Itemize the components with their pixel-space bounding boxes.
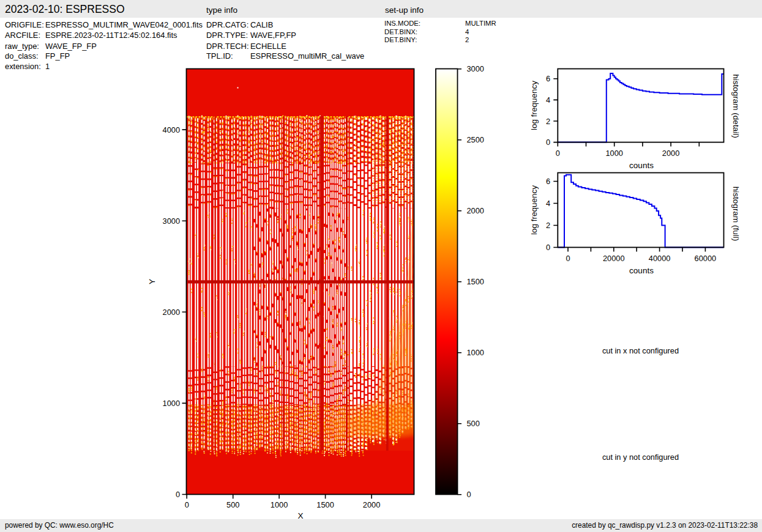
svg-text:1000: 1000 [163, 399, 180, 408]
svg-text:0: 0 [176, 490, 180, 499]
svg-text:20000: 20000 [603, 254, 625, 263]
svg-text:500: 500 [467, 419, 480, 428]
svg-text:1000: 1000 [605, 149, 622, 158]
svg-text:3000: 3000 [163, 216, 180, 226]
svg-text:0: 0 [185, 500, 189, 509]
svg-text:2000: 2000 [163, 308, 180, 317]
svg-text:Y: Y [148, 279, 157, 284]
svg-text:1500: 1500 [467, 277, 484, 286]
svg-text:log frequency: log frequency [529, 81, 539, 130]
svg-text:0: 0 [546, 243, 550, 252]
svg-text:2000: 2000 [467, 206, 484, 215]
svg-text:histogram (full): histogram (full) [731, 187, 741, 241]
svg-text:log frequency: log frequency [529, 185, 539, 235]
svg-text:1500: 1500 [316, 500, 334, 509]
svg-text:4000: 4000 [163, 125, 180, 135]
svg-text:6: 6 [546, 177, 550, 186]
svg-text:500: 500 [226, 500, 239, 509]
svg-text:cut in y not configured: cut in y not configured [602, 453, 679, 462]
svg-text:1000: 1000 [467, 348, 484, 357]
svg-text:4: 4 [546, 95, 550, 105]
svg-text:0: 0 [556, 149, 560, 158]
svg-text:histogram (detail): histogram (detail) [731, 74, 741, 138]
svg-text:0: 0 [467, 490, 471, 499]
svg-text:2: 2 [546, 117, 550, 126]
svg-text:4: 4 [546, 199, 550, 208]
svg-text:60000: 60000 [695, 254, 717, 263]
svg-text:6: 6 [546, 74, 550, 83]
svg-text:40000: 40000 [649, 254, 671, 263]
svg-text:2000: 2000 [363, 500, 380, 509]
svg-text:0: 0 [566, 254, 570, 263]
svg-text:0: 0 [546, 138, 550, 147]
svg-text:2: 2 [546, 221, 550, 230]
svg-text:3000: 3000 [467, 64, 484, 73]
svg-text:counts: counts [629, 161, 654, 170]
svg-text:2000: 2000 [662, 149, 679, 158]
svg-text:cut in x not configured: cut in x not configured [602, 346, 679, 355]
svg-text:1000: 1000 [271, 500, 288, 509]
svg-text:counts: counts [629, 266, 654, 275]
svg-text:2500: 2500 [467, 135, 484, 144]
